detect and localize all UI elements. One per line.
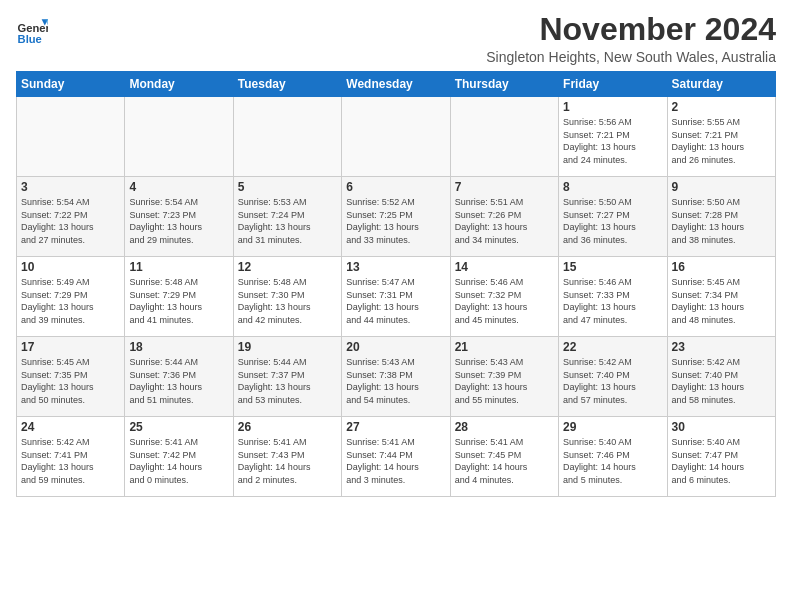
day-info: Sunrise: 5:40 AM Sunset: 7:46 PM Dayligh… (563, 436, 662, 486)
day-number: 20 (346, 340, 445, 354)
calendar-cell: 29Sunrise: 5:40 AM Sunset: 7:46 PM Dayli… (559, 417, 667, 497)
col-friday: Friday (559, 72, 667, 97)
day-info: Sunrise: 5:41 AM Sunset: 7:44 PM Dayligh… (346, 436, 445, 486)
calendar-cell: 24Sunrise: 5:42 AM Sunset: 7:41 PM Dayli… (17, 417, 125, 497)
calendar-cell: 4Sunrise: 5:54 AM Sunset: 7:23 PM Daylig… (125, 177, 233, 257)
day-number: 11 (129, 260, 228, 274)
day-info: Sunrise: 5:47 AM Sunset: 7:31 PM Dayligh… (346, 276, 445, 326)
calendar-cell: 15Sunrise: 5:46 AM Sunset: 7:33 PM Dayli… (559, 257, 667, 337)
calendar-cell: 12Sunrise: 5:48 AM Sunset: 7:30 PM Dayli… (233, 257, 341, 337)
day-info: Sunrise: 5:56 AM Sunset: 7:21 PM Dayligh… (563, 116, 662, 166)
calendar-cell (17, 97, 125, 177)
day-info: Sunrise: 5:51 AM Sunset: 7:26 PM Dayligh… (455, 196, 554, 246)
day-info: Sunrise: 5:42 AM Sunset: 7:40 PM Dayligh… (563, 356, 662, 406)
calendar-cell: 8Sunrise: 5:50 AM Sunset: 7:27 PM Daylig… (559, 177, 667, 257)
day-info: Sunrise: 5:44 AM Sunset: 7:37 PM Dayligh… (238, 356, 337, 406)
calendar-cell: 17Sunrise: 5:45 AM Sunset: 7:35 PM Dayli… (17, 337, 125, 417)
calendar-cell: 1Sunrise: 5:56 AM Sunset: 7:21 PM Daylig… (559, 97, 667, 177)
header-row: Sunday Monday Tuesday Wednesday Thursday… (17, 72, 776, 97)
day-info: Sunrise: 5:42 AM Sunset: 7:41 PM Dayligh… (21, 436, 120, 486)
calendar-cell: 19Sunrise: 5:44 AM Sunset: 7:37 PM Dayli… (233, 337, 341, 417)
calendar-cell: 22Sunrise: 5:42 AM Sunset: 7:40 PM Dayli… (559, 337, 667, 417)
day-info: Sunrise: 5:48 AM Sunset: 7:29 PM Dayligh… (129, 276, 228, 326)
calendar-cell: 3Sunrise: 5:54 AM Sunset: 7:22 PM Daylig… (17, 177, 125, 257)
week-row-2: 3Sunrise: 5:54 AM Sunset: 7:22 PM Daylig… (17, 177, 776, 257)
day-number: 30 (672, 420, 771, 434)
day-info: Sunrise: 5:41 AM Sunset: 7:43 PM Dayligh… (238, 436, 337, 486)
day-info: Sunrise: 5:41 AM Sunset: 7:45 PM Dayligh… (455, 436, 554, 486)
day-info: Sunrise: 5:49 AM Sunset: 7:29 PM Dayligh… (21, 276, 120, 326)
day-info: Sunrise: 5:55 AM Sunset: 7:21 PM Dayligh… (672, 116, 771, 166)
calendar-cell: 14Sunrise: 5:46 AM Sunset: 7:32 PM Dayli… (450, 257, 558, 337)
day-number: 18 (129, 340, 228, 354)
header: General Blue November 2024 Singleton Hei… (16, 12, 776, 65)
day-info: Sunrise: 5:46 AM Sunset: 7:32 PM Dayligh… (455, 276, 554, 326)
calendar-cell: 20Sunrise: 5:43 AM Sunset: 7:38 PM Dayli… (342, 337, 450, 417)
col-monday: Monday (125, 72, 233, 97)
day-number: 27 (346, 420, 445, 434)
day-info: Sunrise: 5:44 AM Sunset: 7:36 PM Dayligh… (129, 356, 228, 406)
day-info: Sunrise: 5:42 AM Sunset: 7:40 PM Dayligh… (672, 356, 771, 406)
day-number: 12 (238, 260, 337, 274)
day-number: 1 (563, 100, 662, 114)
day-info: Sunrise: 5:48 AM Sunset: 7:30 PM Dayligh… (238, 276, 337, 326)
calendar-cell: 27Sunrise: 5:41 AM Sunset: 7:44 PM Dayli… (342, 417, 450, 497)
day-info: Sunrise: 5:41 AM Sunset: 7:42 PM Dayligh… (129, 436, 228, 486)
calendar-cell: 6Sunrise: 5:52 AM Sunset: 7:25 PM Daylig… (342, 177, 450, 257)
day-info: Sunrise: 5:40 AM Sunset: 7:47 PM Dayligh… (672, 436, 771, 486)
day-number: 6 (346, 180, 445, 194)
subtitle: Singleton Heights, New South Wales, Aust… (486, 49, 776, 65)
day-number: 10 (21, 260, 120, 274)
day-number: 24 (21, 420, 120, 434)
day-number: 8 (563, 180, 662, 194)
day-number: 28 (455, 420, 554, 434)
day-info: Sunrise: 5:50 AM Sunset: 7:28 PM Dayligh… (672, 196, 771, 246)
calendar-cell: 13Sunrise: 5:47 AM Sunset: 7:31 PM Dayli… (342, 257, 450, 337)
title-block: November 2024 Singleton Heights, New Sou… (486, 12, 776, 65)
week-row-4: 17Sunrise: 5:45 AM Sunset: 7:35 PM Dayli… (17, 337, 776, 417)
logo: General Blue (16, 16, 48, 48)
day-number: 5 (238, 180, 337, 194)
day-info: Sunrise: 5:43 AM Sunset: 7:39 PM Dayligh… (455, 356, 554, 406)
calendar-table: Sunday Monday Tuesday Wednesday Thursday… (16, 71, 776, 497)
col-wednesday: Wednesday (342, 72, 450, 97)
day-info: Sunrise: 5:46 AM Sunset: 7:33 PM Dayligh… (563, 276, 662, 326)
day-info: Sunrise: 5:54 AM Sunset: 7:22 PM Dayligh… (21, 196, 120, 246)
day-number: 21 (455, 340, 554, 354)
day-info: Sunrise: 5:43 AM Sunset: 7:38 PM Dayligh… (346, 356, 445, 406)
month-title: November 2024 (486, 12, 776, 47)
day-number: 9 (672, 180, 771, 194)
day-info: Sunrise: 5:45 AM Sunset: 7:34 PM Dayligh… (672, 276, 771, 326)
day-number: 2 (672, 100, 771, 114)
calendar-cell: 9Sunrise: 5:50 AM Sunset: 7:28 PM Daylig… (667, 177, 775, 257)
day-info: Sunrise: 5:54 AM Sunset: 7:23 PM Dayligh… (129, 196, 228, 246)
svg-text:Blue: Blue (18, 33, 42, 45)
calendar-cell (233, 97, 341, 177)
calendar-cell: 18Sunrise: 5:44 AM Sunset: 7:36 PM Dayli… (125, 337, 233, 417)
day-number: 19 (238, 340, 337, 354)
col-saturday: Saturday (667, 72, 775, 97)
week-row-5: 24Sunrise: 5:42 AM Sunset: 7:41 PM Dayli… (17, 417, 776, 497)
calendar-cell: 10Sunrise: 5:49 AM Sunset: 7:29 PM Dayli… (17, 257, 125, 337)
calendar-cell: 30Sunrise: 5:40 AM Sunset: 7:47 PM Dayli… (667, 417, 775, 497)
calendar-cell: 2Sunrise: 5:55 AM Sunset: 7:21 PM Daylig… (667, 97, 775, 177)
calendar-cell: 5Sunrise: 5:53 AM Sunset: 7:24 PM Daylig… (233, 177, 341, 257)
day-info: Sunrise: 5:50 AM Sunset: 7:27 PM Dayligh… (563, 196, 662, 246)
calendar-cell: 23Sunrise: 5:42 AM Sunset: 7:40 PM Dayli… (667, 337, 775, 417)
svg-text:General: General (18, 22, 48, 34)
day-number: 13 (346, 260, 445, 274)
col-sunday: Sunday (17, 72, 125, 97)
calendar-cell (450, 97, 558, 177)
logo-icon: General Blue (16, 16, 48, 48)
day-info: Sunrise: 5:53 AM Sunset: 7:24 PM Dayligh… (238, 196, 337, 246)
calendar-cell: 11Sunrise: 5:48 AM Sunset: 7:29 PM Dayli… (125, 257, 233, 337)
day-number: 22 (563, 340, 662, 354)
day-number: 15 (563, 260, 662, 274)
calendar-cell (125, 97, 233, 177)
day-number: 7 (455, 180, 554, 194)
day-info: Sunrise: 5:52 AM Sunset: 7:25 PM Dayligh… (346, 196, 445, 246)
day-number: 23 (672, 340, 771, 354)
day-number: 26 (238, 420, 337, 434)
day-info: Sunrise: 5:45 AM Sunset: 7:35 PM Dayligh… (21, 356, 120, 406)
day-number: 25 (129, 420, 228, 434)
